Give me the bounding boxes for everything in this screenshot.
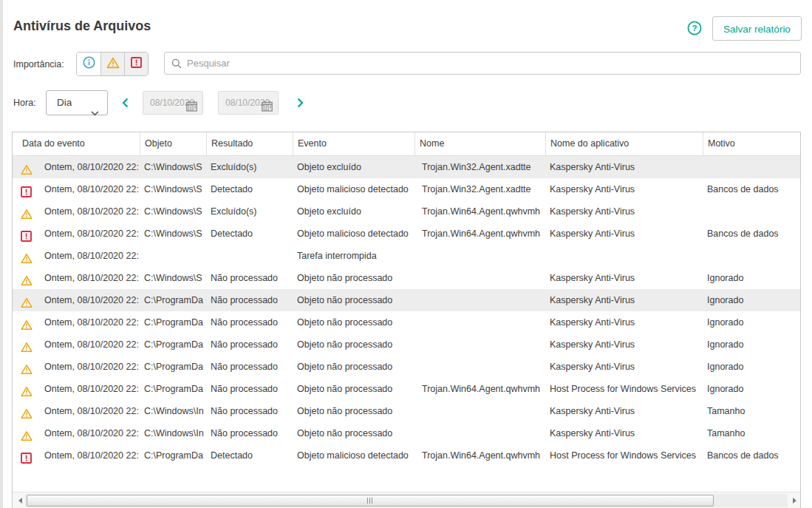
- table-row[interactable]: Ontem, 08/10/2020 22: C:\Windows\S Não p…: [13, 267, 800, 289]
- scroll-left-arrow-icon[interactable]: [18, 498, 22, 504]
- cell-result: Detectado: [206, 223, 293, 245]
- cell-event: Objeto excluído: [293, 156, 414, 178]
- cell-app-name: Host Process for Windows Services: [545, 444, 703, 467]
- column-header-reason[interactable]: Motivo: [703, 132, 800, 155]
- table-row[interactable]: Ontem, 08/10/2020 22: C:\ProgramDa Não p…: [13, 289, 800, 311]
- severity-icon: [21, 161, 33, 173]
- cell-event-date: Ontem, 08/10/2020 22:: [44, 273, 139, 283]
- table-row[interactable]: Ontem, 08/10/2020 22: C:\Windows\S Exclu…: [13, 200, 800, 223]
- save-report-button[interactable]: Salvar relatório: [712, 16, 802, 41]
- chevron-down-icon: [91, 101, 99, 125]
- search-box: [164, 52, 801, 75]
- table-row[interactable]: Ontem, 08/10/2020 22: C:\ProgramDa Não p…: [13, 356, 800, 378]
- cell-reason: [703, 200, 800, 223]
- cell-event-date: Ontem, 08/10/2020 22:: [44, 317, 139, 328]
- cell-app-name: Kaspersky Anti-Virus: [545, 267, 703, 289]
- cell-event-date: Ontem, 08/10/2020 22:: [44, 428, 139, 438]
- severity-icon: [21, 427, 33, 439]
- cell-name: Trojan.Win32.Agent.xadtte: [414, 178, 545, 200]
- cell-event: Objeto excluído: [293, 200, 414, 223]
- cell-name: Trojan.Win32.Agent.xadtte: [414, 156, 545, 178]
- column-header-app[interactable]: Nome do aplicativo: [545, 132, 703, 155]
- cell-app-name: Kaspersky Anti-Virus: [545, 356, 703, 378]
- cell-app-name: Kaspersky Anti-Virus: [545, 178, 703, 200]
- cell-result: Excluído(s): [206, 156, 293, 178]
- severity-icon: [21, 361, 33, 373]
- cell-event: Objeto não processado: [293, 356, 414, 378]
- importance-warning-button[interactable]: [100, 53, 124, 75]
- table-row[interactable]: Ontem, 08/10/2020 22: C:\Windows\In Não …: [13, 400, 800, 422]
- cell-name: [414, 333, 545, 356]
- cell-name: [414, 267, 545, 289]
- table-row[interactable]: Ontem, 08/10/2020 22: C:\ProgramDa Não p…: [13, 311, 800, 333]
- previous-period-button[interactable]: [122, 98, 129, 111]
- column-header-object[interactable]: Objeto: [140, 132, 206, 155]
- cell-result: Excluído(s): [206, 200, 293, 223]
- table-row[interactable]: Ontem, 08/10/2020 22: C:\Windows\In Não …: [13, 422, 800, 444]
- cell-result: Não processado: [206, 289, 293, 311]
- table-row[interactable]: Ontem, 08/10/2020 22: C:\ProgramDa Não p…: [13, 378, 800, 400]
- cell-app-name: Kaspersky Anti-Virus: [545, 311, 703, 333]
- table-header-row: Data do evento Objeto Resultado Evento N…: [13, 132, 800, 156]
- column-header-result[interactable]: Resultado: [206, 132, 293, 155]
- cell-event-date: Ontem, 08/10/2020 22:: [44, 162, 139, 172]
- cell-reason: Ignorado: [703, 267, 800, 289]
- search-icon: [171, 58, 182, 72]
- period-select[interactable]: Dia: [46, 90, 108, 115]
- cell-object: C:\Windows\S: [140, 200, 206, 223]
- help-icon[interactable]: ?: [687, 21, 702, 35]
- search-input[interactable]: [165, 53, 800, 74]
- horizontal-scrollbar: [13, 492, 800, 508]
- cell-app-name: Kaspersky Anti-Virus: [545, 200, 703, 223]
- importance-info-button[interactable]: [77, 53, 100, 75]
- window-edge-strip: [0, 0, 3, 508]
- cell-reason: Bancos de dados: [703, 223, 800, 245]
- cell-reason: Ignorado: [703, 289, 800, 311]
- importance-label: Importância:: [13, 59, 64, 70]
- severity-icon: [21, 250, 33, 262]
- cell-event-date: Ontem, 08/10/2020 22:: [44, 206, 139, 217]
- cell-object: C:\Windows\In: [140, 422, 206, 444]
- cell-event: Objeto não processado: [293, 400, 414, 422]
- cell-result: Não processado: [206, 311, 293, 333]
- scroll-right-arrow-icon[interactable]: [793, 498, 796, 504]
- importance-critical-button[interactable]: [124, 53, 148, 75]
- cell-result: Não processado: [206, 400, 293, 422]
- cell-result: [206, 245, 293, 267]
- severity-icon: [21, 272, 33, 284]
- severity-icon: [21, 450, 33, 461]
- date-to-field[interactable]: 08/10/2020: [218, 91, 279, 115]
- cell-app-name: Kaspersky Anti-Virus: [545, 156, 703, 178]
- cell-reason: Bancos de dados: [703, 444, 800, 467]
- column-header-event[interactable]: Evento: [293, 132, 414, 155]
- severity-icon: [21, 183, 33, 195]
- table-row[interactable]: Ontem, 08/10/2020 22: C:\Windows\S Exclu…: [13, 156, 800, 178]
- cell-event: Tarefa interrompida: [293, 245, 414, 267]
- calendar-icon: [186, 98, 197, 120]
- cell-name: [414, 289, 545, 311]
- cell-event: Objeto malicioso detectado: [293, 178, 414, 200]
- table-row[interactable]: Ontem, 08/10/2020 22: C:\ProgramDa Não p…: [13, 333, 800, 356]
- column-header-name[interactable]: Nome: [414, 132, 545, 155]
- cell-object: C:\Windows\S: [140, 156, 206, 178]
- table-row[interactable]: Ontem, 08/10/2020 22: C:\Windows\S Detec…: [13, 178, 800, 200]
- table-row[interactable]: Ontem, 08/10/2020 22: C:\Windows\S Detec…: [13, 223, 800, 245]
- date-from-field[interactable]: 08/10/2020: [143, 91, 203, 115]
- cell-event: Objeto não processado: [293, 289, 414, 311]
- table-row[interactable]: Ontem, 08/10/2020 22: Tarefa interrompid…: [13, 245, 800, 267]
- cell-event-date: Ontem, 08/10/2020 22:: [44, 406, 139, 416]
- table-row[interactable]: Ontem, 08/10/2020 22: C:\ProgramDa Detec…: [13, 444, 800, 467]
- svg-text:?: ?: [692, 24, 697, 33]
- severity-icon: [21, 316, 33, 328]
- cell-reason: Ignorado: [703, 378, 800, 400]
- severity-icon: [21, 339, 33, 350]
- cell-object: C:\ProgramDa: [140, 333, 206, 356]
- events-table: Data do evento Objeto Resultado Evento N…: [12, 132, 801, 508]
- column-header-date[interactable]: Data do evento: [13, 132, 140, 155]
- severity-icon: [21, 383, 33, 395]
- critical-square-icon: [131, 57, 142, 71]
- next-period-button[interactable]: [297, 98, 304, 111]
- scrollbar-thumb[interactable]: [27, 495, 714, 507]
- cell-app-name: Kaspersky Anti-Virus: [545, 223, 703, 245]
- cell-reason: [703, 156, 800, 178]
